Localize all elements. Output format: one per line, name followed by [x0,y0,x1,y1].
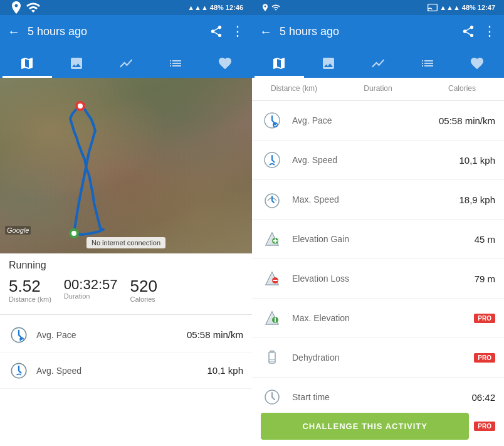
tab-list-right[interactable] [402,50,452,78]
svg-rect-7 [428,4,438,11]
right-status-icons [261,3,378,12]
share-button-right[interactable] [461,24,475,38]
tab-heart-left[interactable] [200,50,249,78]
tab-list-left[interactable] [150,50,200,78]
metric-avg-pace: Avg. Pace 05:58 min/km [0,317,252,353]
right-avg-speed-label: Avg. Speed [292,155,459,165]
tab-map-right[interactable] [255,50,304,78]
left-header-title: 5 hours ago [28,25,202,38]
stat-distance-value: 5.52 [9,277,51,295]
avg-pace-label: Avg. Pace [36,330,187,340]
left-status-icons [9,0,126,15]
right-metric-elev-gain: Elevation Gain 45 m [252,220,504,259]
stat-calories-label: Calories [130,295,157,303]
activity-type: Running [9,260,243,271]
share-button-left[interactable] [209,24,223,38]
more-button-left[interactable]: ⋮ [231,23,244,40]
right-max-speed-label: Max. Speed [292,194,459,204]
stat-distance-label: Distance (km) [9,295,51,303]
sub-tab-distance[interactable]: Distance (km) [252,78,336,100]
right-metric-dehydration: Dehydration PRO [252,338,504,378]
right-max-elev-label: Max. Elevation [292,313,474,323]
tab-photo-right[interactable] [304,50,354,78]
location-icon [9,0,24,15]
cast-icon [428,4,438,11]
right-elev-loss-icon [261,267,283,290]
sub-tab-calories[interactable]: Calories [420,78,504,100]
stat-duration-value: 00:32:57 [64,277,118,292]
stats-divider [0,314,252,315]
right-metric-max-speed: Max. Speed 18,9 kph [252,180,504,220]
google-label: Google [5,226,31,235]
stat-duration-label: Duration [64,292,118,300]
stat-calories: 520 Calories [130,277,157,303]
right-start-time-icon [261,386,283,406]
right-metric-avg-speed: Avg. Speed 10,1 kph [252,141,504,180]
avg-speed-value: 10,1 kph [207,365,243,376]
right-avg-pace-value: 05:58 min/km [439,115,495,126]
stat-duration: 00:32:57 Duration [64,277,118,303]
right-metrics-list: Avg. Pace 05:58 min/km Avg. Speed 10,1 k… [252,101,504,406]
svg-point-1 [78,104,83,109]
right-max-speed-value: 18,9 kph [459,194,495,205]
tab-heart-right[interactable] [452,50,501,78]
challenge-pro-badge: PRO [474,422,495,431]
right-header-title: 5 hours ago [280,25,454,38]
stats-row: 5.52 Distance (km) 00:32:57 Duration 520… [9,277,243,303]
right-dehydration-icon [261,346,283,369]
right-elev-loss-label: Elevation Loss [292,273,475,284]
stat-distance: 5.52 Distance (km) [9,277,51,303]
metric-avg-speed: Avg. Speed 10,1 kph [0,353,252,389]
left-panel: ▲▲▲ 48% 12:46 ← 5 hours ago ⋮ [0,0,252,446]
dehydration-pro-badge: PRO [474,353,495,363]
max-elev-pro-badge: PRO [474,314,495,323]
sub-tabs: Distance (km) Duration Calories [252,78,504,101]
back-button-right[interactable]: ← [260,24,272,39]
left-signal: ▲▲▲ [187,4,208,11]
left-battery: 48% [210,4,224,11]
route-svg [0,78,252,253]
challenge-button[interactable]: CHALLENGE THIS ACTIVITY [261,413,469,440]
map-area: Google No internet connection [0,78,252,253]
left-time: 12:46 [226,4,243,11]
right-start-time-label: Start time [292,392,471,402]
right-signal: ▲▲▲ [439,4,460,11]
right-metric-start-time: Start time 06:42 [252,378,504,406]
right-metric-elev-loss: Elevation Loss 79 m [252,259,504,299]
right-header: ← 5 hours ago ⋮ [252,15,504,48]
right-elev-gain-value: 45 m [475,234,495,245]
tab-chart-left[interactable] [102,50,151,78]
back-button-left[interactable]: ← [8,24,20,39]
right-dehydration-label: Dehydration [292,353,474,363]
avg-speed-label: Avg. Speed [36,366,207,376]
stats-section: Running 5.52 Distance (km) 00:32:57 Dura… [0,253,252,312]
tab-map-left[interactable] [3,50,52,78]
more-button-right[interactable]: ⋮ [483,23,496,40]
wifi-icon [26,0,41,15]
right-panel: ▲▲▲ 48% 12:47 ← 5 hours ago ⋮ Distan [252,0,504,446]
right-start-time-value: 06:42 [471,392,495,403]
right-avg-pace-label: Avg. Pace [292,115,439,125]
challenge-btn-container: CHALLENGE THIS ACTIVITY PRO [252,406,504,446]
right-speed-icon [261,149,283,171]
right-elev-gain-label: Elevation Gain [292,234,475,244]
status-bar-right: ▲▲▲ 48% 12:47 [252,0,504,15]
right-max-elev-icon [261,307,283,329]
pace-icon [9,325,29,345]
right-wifi-icon [271,3,280,12]
no-internet-label: No internet connection [87,237,165,248]
status-bar-left: ▲▲▲ 48% 12:46 [0,0,252,15]
tab-photo-left[interactable] [52,50,102,78]
right-pace-icon [261,109,283,132]
avg-pace-value: 05:58 min/km [187,329,243,340]
svg-point-3 [71,231,76,236]
right-avg-speed-value: 10,1 kph [459,155,495,166]
right-status-right: ▲▲▲ 48% 12:47 [378,4,495,11]
right-max-speed-icon [261,188,283,211]
right-time: 12:47 [478,4,495,11]
sub-tab-duration[interactable]: Duration [336,78,420,100]
right-location-icon [261,3,270,12]
right-metric-avg-pace: Avg. Pace 05:58 min/km [252,101,504,141]
tab-chart-right[interactable] [354,50,403,78]
speed-icon [9,361,29,381]
